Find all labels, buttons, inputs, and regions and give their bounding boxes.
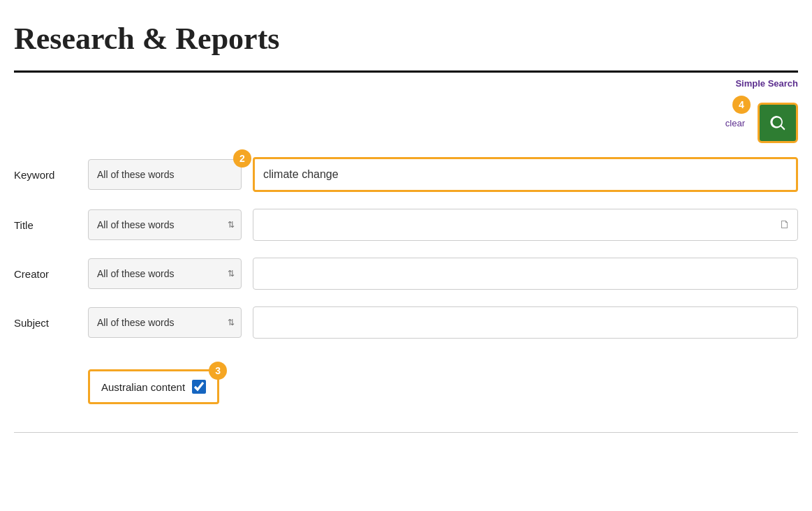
title-input[interactable] <box>253 209 797 240</box>
form-section: Keyword 2 All of these words Title All o… <box>14 157 798 418</box>
title-input-wrapper: 🗋 <box>253 209 798 241</box>
divider-bottom <box>14 432 798 433</box>
page-title: Research & Reports <box>14 0 798 71</box>
creator-row: Creator All of these wordsAny of these w… <box>14 258 798 290</box>
creator-input-wrapper <box>253 258 798 290</box>
keyword-dropdown-display: All of these words <box>88 159 242 190</box>
keyword-select-wrapper: 2 All of these words <box>88 159 242 190</box>
creator-input[interactable] <box>253 258 797 289</box>
creator-label: Creator <box>14 268 77 280</box>
title-row: Title All of these wordsAny of these wor… <box>14 209 798 241</box>
badge-2: 2 <box>233 149 251 168</box>
page-wrapper: Research & Reports Simple Search 4 clear… <box>0 0 812 511</box>
creator-select[interactable]: All of these wordsAny of these wordsNone… <box>88 258 242 289</box>
search-button[interactable] <box>758 103 798 143</box>
badge-3: 3 <box>209 362 227 380</box>
subject-select-wrapper: All of these wordsAny of these wordsNone… <box>88 307 242 338</box>
subject-input-wrapper <box>253 306 798 339</box>
keyword-row: Keyword 2 All of these words <box>14 157 798 192</box>
creator-select-wrapper: All of these wordsAny of these wordsNone… <box>88 258 242 289</box>
title-select[interactable]: All of these wordsAny of these wordsNone… <box>88 209 242 240</box>
top-divider <box>14 71 798 73</box>
keyword-input-wrapper <box>253 157 798 192</box>
badge-4: 4 <box>732 96 751 114</box>
keyword-input[interactable] <box>255 159 796 190</box>
subject-row: Subject All of these wordsAny of these w… <box>14 306 798 339</box>
simple-search-link[interactable]: Simple Search <box>735 78 798 89</box>
australian-content-label: Australian content <box>101 381 185 393</box>
australian-content-checkbox[interactable] <box>192 380 206 394</box>
keyword-label: Keyword <box>14 169 77 181</box>
search-toolbar: 4 clear <box>14 103 798 143</box>
title-select-wrapper: All of these wordsAny of these wordsNone… <box>88 209 242 240</box>
title-input-icon: 🗋 <box>779 219 790 231</box>
search-icon <box>768 113 788 133</box>
subject-label: Subject <box>14 317 77 329</box>
title-label: Title <box>14 219 77 231</box>
clear-link[interactable]: clear <box>725 118 745 128</box>
subject-input[interactable] <box>253 307 797 338</box>
australian-content-section: 3 Australian content <box>88 369 219 404</box>
subject-select[interactable]: All of these wordsAny of these wordsNone… <box>88 307 242 338</box>
